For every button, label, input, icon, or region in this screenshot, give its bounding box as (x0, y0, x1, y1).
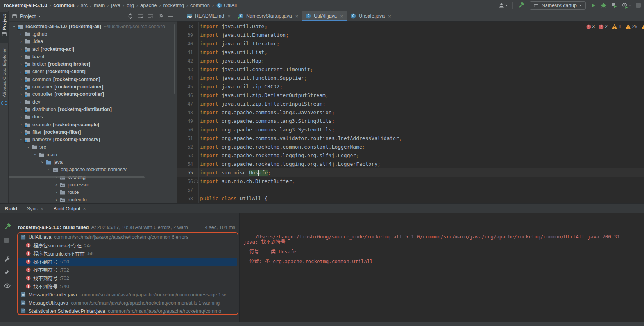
pin-icon[interactable] (4, 270, 10, 276)
code-line[interactable]: 51import org.apache.commons.validator.ro… (177, 134, 644, 143)
breadcrumb-class[interactable]: CUtilAll (216, 2, 237, 9)
code-line[interactable]: 54import org.apache.rocketmq.logging.org… (177, 160, 644, 168)
stop-build-icon[interactable] (4, 238, 9, 243)
build-error-row[interactable]: 程序包sun.nio.ch不存在:56 (18, 249, 237, 258)
tree-item[interactable]: ›example[rocketmq-example] (9, 121, 177, 128)
tree-chevron-icon[interactable]: › (53, 183, 59, 187)
chevron-down-icon[interactable] (38, 16, 41, 18)
tree-chevron-icon[interactable]: › (18, 85, 24, 89)
close-icon[interactable]: × (340, 13, 343, 19)
editor-tab[interactable]: CNamesrvStartup.java× (234, 11, 302, 21)
tree-chevron-icon[interactable]: › (18, 107, 24, 111)
code-line[interactable]: 43import java.util.concurrent.TimeUnit; (177, 65, 644, 74)
inspection-badge[interactable]: 25 (625, 24, 637, 29)
editor-tab[interactable]: CUnsafe.java× (347, 11, 395, 21)
close-icon[interactable]: × (227, 13, 231, 19)
inspections-widget[interactable]: 32125 (585, 23, 644, 30)
close-icon[interactable]: × (388, 13, 391, 19)
code-line[interactable]: 44import java.util.function.Supplier; (177, 74, 644, 82)
build-file-row[interactable]: MessageDecoder.javacommon/src/main/java/… (18, 290, 237, 299)
tree-chevron-icon[interactable]: › (18, 39, 24, 44)
tree-item[interactable]: ›filter[rocketmq-filter] (9, 128, 177, 136)
tree-chevron-icon[interactable]: › (12, 23, 16, 30)
settings-gear-icon[interactable] (158, 13, 164, 19)
inspection-badge[interactable]: 2 (599, 24, 608, 29)
expand-all-icon[interactable] (138, 13, 143, 19)
code-line[interactable]: 52import org.apache.rocketmq.common.cons… (177, 143, 644, 151)
tree-chevron-icon[interactable]: › (53, 198, 59, 202)
user-account-button[interactable] (498, 2, 508, 9)
code-line[interactable]: 40import java.util.Iterator; (177, 39, 644, 48)
code-line[interactable]: 53import org.apache.rocketmq.logging.org… (177, 151, 644, 160)
breadcrumb-item[interactable]: common (54, 2, 75, 8)
code-line[interactable]: 38import java.util.Date; (177, 22, 644, 31)
tree-chevron-icon[interactable]: › (18, 130, 24, 134)
tree-item[interactable]: ›controller[rocketmq-controller] (9, 91, 177, 98)
tree-item[interactable]: ›container[rocketmq-container] (9, 83, 177, 90)
tree-item[interactable]: ›rocketmq-all-5.1.0[rocketmq-all]~/liush… (9, 23, 177, 30)
build-error-row[interactable]: 找不到符号:702 (18, 266, 237, 274)
code-line[interactable]: 47import java.util.zip.InflaterInputStre… (177, 100, 644, 108)
breadcrumb-item[interactable]: common (190, 2, 210, 8)
locate-file-icon[interactable] (127, 13, 133, 19)
tree-chevron-icon[interactable]: › (18, 100, 24, 104)
tool-tab-alibaba-cloud-explorer[interactable]: Alibaba Cloud Explorer (0, 48, 9, 103)
code-line[interactable]: 46import java.util.zip.DeflaterOutputStr… (177, 91, 644, 100)
tree-chevron-icon[interactable]: › (18, 32, 24, 36)
code-line[interactable]: 57 (177, 186, 644, 194)
build-file-row[interactable]: StatisticsItemScheduledPrinter.javacommo… (18, 307, 237, 315)
code-line[interactable]: 39import java.util.Enumeration; (177, 31, 644, 39)
tree-chevron-icon[interactable]: › (18, 47, 24, 51)
tree-item[interactable]: ›bazel (9, 53, 177, 60)
tree-item[interactable]: ›broker[rocketmq-broker] (9, 60, 177, 68)
tree-chevron-icon[interactable]: › (19, 136, 23, 143)
collapse-all-icon[interactable] (148, 13, 154, 19)
debug-button[interactable] (601, 2, 606, 8)
tree-item[interactable]: ›java (9, 158, 177, 166)
tree-item[interactable]: ›src (9, 143, 177, 151)
run-with-coverage-button[interactable] (611, 2, 617, 8)
code-line[interactable]: 48import org.apache.commons.lang3.JavaVe… (177, 108, 644, 117)
code-line[interactable]: 49import org.apache.commons.lang3.String… (177, 117, 644, 125)
build-tab[interactable]: Build Output× (51, 204, 88, 214)
breadcrumb-item[interactable]: rocketmq (163, 2, 184, 8)
tree-chevron-icon[interactable]: › (26, 144, 30, 150)
build-error-row[interactable]: 程序包sun.misc不存在:55 (18, 241, 237, 249)
vertical-scrollbar[interactable] (174, 24, 175, 94)
tree-chevron-icon[interactable]: › (47, 167, 52, 173)
run-config-select[interactable]: NamesrvStartup (530, 1, 586, 10)
breadcrumb-item[interactable]: java (111, 2, 120, 8)
tree-item[interactable]: ›namesrv[rocketmq-namesrv] (9, 136, 177, 143)
breadcrumb-item[interactable]: src (81, 2, 88, 8)
tree-item[interactable]: ›main (9, 151, 177, 158)
breadcrumb-item[interactable]: org (127, 2, 134, 8)
inspect-eye-icon[interactable] (4, 283, 11, 288)
tool-tab-project[interactable]: Project (0, 12, 9, 43)
build-error-row[interactable]: 找不到符号:740 (18, 282, 237, 290)
fold-marker-icon[interactable]: − (194, 179, 198, 183)
alibaba-cloud-icon[interactable] (1, 101, 7, 105)
run-button[interactable] (590, 3, 596, 8)
tree-chevron-icon[interactable]: › (53, 190, 59, 195)
tree-item[interactable]: ›distribution[rocketmq-distribution] (9, 106, 177, 113)
tree-item[interactable]: ›dev (9, 98, 177, 106)
code-line[interactable]: 56−import sun.nio.ch.DirectBuffer; (177, 177, 644, 186)
tree-chevron-icon[interactable]: › (18, 122, 24, 127)
tree-item[interactable]: ›processor (9, 181, 177, 188)
inspection-badge[interactable] (641, 24, 644, 29)
build-file-row[interactable]: MessageUtils.javacommon/src/main/java/or… (18, 299, 237, 307)
tree-chevron-icon[interactable]: › (18, 70, 24, 74)
tree-chevron-icon[interactable]: › (18, 62, 24, 66)
build-error-row[interactable]: 找不到符号:702 (18, 274, 237, 282)
code-line[interactable]: 50import org.apache.commons.lang3.System… (177, 125, 644, 134)
build-file-row[interactable]: UtilAll.javacommon/src/main/java/org/apa… (18, 233, 237, 241)
tree-item[interactable]: ›org.apache.rocketmq.namesrv (9, 166, 177, 174)
tree-chevron-icon[interactable]: › (18, 54, 24, 59)
build-error-row[interactable]: 找不到符号:700 (18, 258, 237, 266)
tree-chevron-icon[interactable]: › (18, 77, 24, 81)
code-line[interactable]: 41import java.util.List; (177, 48, 644, 57)
build-settings-wrench-icon[interactable] (4, 256, 10, 262)
rerun-build-icon[interactable] (4, 223, 11, 230)
build-project-button[interactable] (517, 2, 525, 9)
tree-item[interactable]: ›route (9, 189, 177, 196)
